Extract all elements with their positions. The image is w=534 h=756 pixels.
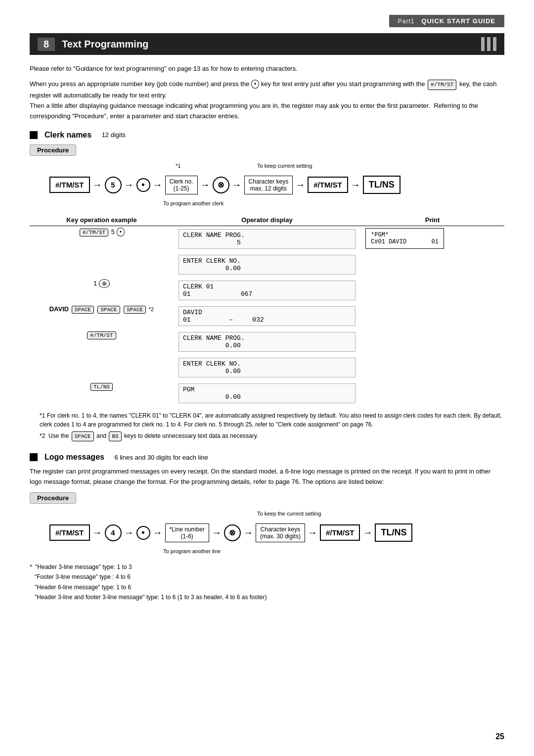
- table-row: DAVID SPACE SPACE SPACE *2 DAVID 01 – 03…: [30, 303, 504, 329]
- section-number: 8: [38, 38, 55, 51]
- flow-key-tmst2: #/TM/ST: [308, 177, 348, 193]
- part-label: Part1: [398, 18, 415, 25]
- operation-table-clerk: Key operation example Operator display P…: [30, 214, 504, 406]
- flow-annot-top-clerk: To keep current setting: [257, 163, 312, 169]
- display-box-7: PGM 0.00: [178, 383, 356, 403]
- bottom-note-2: "Footer 3-line message" type : 4 to 6: [30, 572, 504, 582]
- flow-x-circle: ⊗: [213, 177, 229, 193]
- col-display-header: Operator display: [174, 214, 360, 226]
- clerk-names-title: Clerk names 12 digits: [30, 131, 504, 140]
- logo-flow-row: #/TM/ST → 4 → • → *Line number (1-6) → ⊗…: [49, 523, 504, 542]
- header-bar: Part1 QUICK START GUIDE: [389, 15, 504, 27]
- black-square-icon: [30, 131, 38, 139]
- display-box-5: CLERK NAME PROG. 0.00: [178, 332, 356, 352]
- display-box-2: ENTER CLERK NO. 0.00: [178, 255, 356, 275]
- key-bs-fn-badge: BS: [109, 431, 121, 442]
- print-cell-4: [360, 303, 504, 329]
- procedure-box-logo: Procedure: [30, 492, 76, 504]
- key-cell-3: 1 ⊗: [30, 278, 174, 303]
- flow-section-charkeys: Character keys max. 12 digits: [244, 176, 293, 194]
- display-cell-4: DAVID 01 – 032: [174, 303, 360, 329]
- table-row: TL/NS PGM 0.00: [30, 380, 504, 406]
- display-box-3: CLERK 01 01 067: [178, 281, 356, 300]
- flow-annot-bottom-clerk: To program another clerk: [163, 200, 223, 206]
- flow-arrow-logo1: →: [92, 527, 102, 538]
- key-tmst2-badge: #/TM/ST: [87, 331, 116, 339]
- key-5-label: 5: [111, 228, 117, 236]
- flow-arrow4: →: [200, 179, 210, 190]
- print-cell-6: [360, 355, 504, 380]
- key-space3-badge: SPACE: [124, 306, 146, 314]
- dot-key-icon: •: [251, 80, 259, 89]
- table-row: #/TM/ST 5 • CLERK NAME PROG. 5 *PGM* C#0…: [30, 226, 504, 252]
- page-number: 25: [495, 732, 504, 741]
- footnote-1: *1 For clerk no. 1 to 4, the names "CLER…: [40, 411, 504, 429]
- display-cell-7: PGM 0.00: [174, 380, 360, 406]
- key-space1-badge: SPACE: [72, 306, 94, 314]
- flow-arrow-logo7: →: [362, 527, 372, 538]
- table-row: ENTER CLERK NO. 0.00: [30, 355, 504, 380]
- tmst-key-badge: #/TM/ST: [428, 80, 456, 91]
- display-cell-5: CLERK NAME PROG. 0.00: [174, 329, 360, 355]
- section-title: Text Programming: [62, 39, 148, 50]
- clerk-flow-row: #/TM/ST → 5 → • → Clerk no. (1-25) → ⊗ →: [49, 176, 504, 194]
- col-key-header: Key operation example: [30, 214, 174, 226]
- flow-x-circle-logo: ⊗: [224, 524, 241, 541]
- print-cell-5: [360, 329, 504, 355]
- table-row: ENTER CLERK NO. 0.00: [30, 252, 504, 278]
- key-cell-7: TL/NS: [30, 380, 174, 406]
- flow-arrow2: →: [124, 179, 134, 190]
- flow-section-clerk: Clerk no. (1-25): [165, 176, 198, 194]
- key-tlns-badge: TL/NS: [90, 383, 113, 391]
- logo-messages-title: Logo messages 6 lines and 30 digits for …: [30, 453, 504, 462]
- intro-para2: When you press an appropriate number key…: [30, 79, 504, 122]
- bottom-note-1: * "Header 3-line message" type: 1 to 3: [30, 562, 504, 572]
- flow-asterisk1: *1: [176, 163, 180, 169]
- bottom-notes: * "Header 3-line message" type: 1 to 3 "…: [30, 562, 504, 603]
- flow-arrow5: →: [232, 179, 242, 190]
- flow-key-tlns-logo: TL/NS: [375, 523, 412, 542]
- print-cell-7: [360, 380, 504, 406]
- display-cell-1: CLERK NAME PROG. 5: [174, 226, 360, 252]
- key-david-label: DAVID: [49, 305, 71, 313]
- flow-section-lineno: *Line number (1-6): [165, 523, 209, 542]
- flow-arrow6: →: [295, 179, 305, 190]
- print-cell-2: [360, 252, 504, 278]
- display-box-1: CLERK NAME PROG. 5: [178, 229, 356, 249]
- top-header: Part1 QUICK START GUIDE: [30, 15, 504, 27]
- footnote-2: *2 Use the SPACE and BS keys to delete u…: [40, 431, 504, 442]
- flow-circle-5: 5: [105, 177, 122, 193]
- key-x-badge: ⊗: [99, 279, 110, 288]
- flow-arrow-logo2: →: [124, 527, 134, 538]
- bottom-note-4: "Header 3-line and footer 3-line message…: [30, 592, 504, 602]
- flow-key-tmst-logo2: #/TM/ST: [320, 524, 360, 541]
- procedure-box-clerk: Procedure: [30, 144, 76, 156]
- clerk-flow-diagram: To keep current setting To program anoth…: [49, 176, 504, 194]
- flow-section-charkeys-logo: Character keys (max. 30 digits): [256, 523, 305, 542]
- display-cell-3: CLERK 01 01 067: [174, 278, 360, 303]
- header-title: QUICK START GUIDE: [421, 17, 495, 25]
- flow-arrow-logo6: →: [308, 527, 317, 538]
- flow-dot-circle: •: [136, 178, 150, 192]
- key-cell-2: [30, 252, 174, 278]
- key-cell-6: [30, 355, 174, 380]
- print-cell-3: [360, 278, 504, 303]
- print-cell-1: *PGM* C#01 DAVID 01: [360, 226, 504, 252]
- flow-arrow1: →: [92, 179, 102, 190]
- bottom-note-3: "Header 6-line message" type: 1 to 6: [30, 582, 504, 592]
- key-tmst-badge: #/TM/ST: [80, 229, 108, 236]
- display-cell-2: ENTER CLERK NO. 0.00: [174, 252, 360, 278]
- key-cell-5: #/TM/ST: [30, 329, 174, 355]
- flow-dot-circle-logo: •: [136, 526, 150, 540]
- flow-arrow-logo5: →: [243, 527, 253, 538]
- flow-box-charkeys: Character keys max. 12 digits: [244, 176, 293, 194]
- key-asterisk2: *2: [149, 306, 154, 312]
- flow-box-lineno: *Line number (1-6): [165, 523, 209, 542]
- flow-key-tmst-logo1: #/TM/ST: [49, 524, 90, 541]
- intro-para1: Please refer to "Guidance for text progr…: [30, 64, 504, 74]
- col-print-header: Print: [360, 214, 504, 226]
- flow-circle-4: 4: [105, 524, 122, 541]
- flow-box-clerkno: Clerk no. (1-25): [165, 176, 198, 194]
- display-cell-6: ENTER CLERK NO. 0.00: [174, 355, 360, 380]
- flow-arrow3: →: [153, 179, 163, 190]
